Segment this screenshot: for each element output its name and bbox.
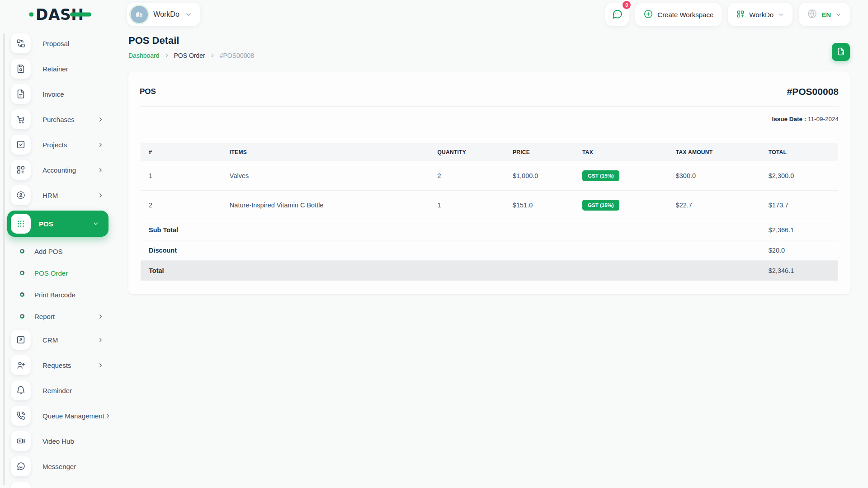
sidebar-item-pos[interactable]: POS	[7, 211, 108, 237]
breadcrumb: DashboardPOS Order#POS00008	[128, 52, 254, 59]
sidebar-item-hrm[interactable]: HRM	[11, 185, 117, 205]
cell-no: 2	[141, 191, 222, 220]
table-header-cell: QUANTITY	[429, 143, 505, 161]
cell-item: Valves	[222, 161, 429, 191]
sidebar-item-label: Retainer	[42, 65, 68, 73]
accounting-icon	[11, 160, 31, 180]
sidebar-subitem-report[interactable]: Report	[11, 308, 104, 324]
cell-price: $1,000.0	[505, 161, 574, 191]
chevron-down-icon	[778, 11, 784, 18]
crm-icon	[11, 330, 31, 350]
summary-row-discount: Discount$20.0	[141, 240, 838, 261]
language-label: EN	[821, 11, 831, 19]
sidebar-nav: ProposalRetainerInvoicePurchasesProjects…	[11, 33, 117, 488]
chat-icon	[611, 8, 623, 21]
app-logo[interactable]: DASH	[29, 5, 84, 24]
grid-plus-icon	[736, 9, 745, 20]
bullet-icon	[20, 292, 24, 297]
sidebar-item-reminder[interactable]: Reminder	[11, 380, 117, 400]
table-header-cell: TOTAL	[760, 143, 838, 161]
sidebar-item-label: CRM	[42, 336, 58, 344]
workspace-switcher[interactable]: WorkDo	[127, 3, 200, 26]
sidebar-item-label: Requests	[42, 361, 71, 369]
create-workspace-button[interactable]: Create Workspace	[635, 3, 722, 26]
summary-value: $20.0	[760, 240, 838, 261]
sidebar-item-video-hub[interactable]: Video Hub	[11, 431, 117, 451]
building-icon	[135, 9, 144, 20]
projects-icon	[11, 135, 31, 155]
sidebar-item-accounting[interactable]: Accounting	[11, 160, 117, 180]
sidebar-subitem-label: POS Order	[34, 269, 68, 277]
sidebar-item-proposal[interactable]: Proposal	[11, 33, 117, 53]
sidebar-item-projects[interactable]: Projects	[11, 135, 117, 155]
message-count-badge: 0	[622, 0, 632, 10]
pos-detail-card: POS #POS00008 Issue Date : 11-09-2024 #I…	[128, 71, 850, 294]
sidebar-item-label: Purchases	[42, 116, 75, 123]
sidebar-item-requests[interactable]: Requests	[11, 355, 117, 375]
cell-tax: GST (15%)	[574, 191, 668, 220]
cell-tax: GST (15%)	[574, 161, 668, 191]
messenger-icon	[11, 456, 31, 476]
summary-label: Total	[141, 261, 222, 281]
summary-label: Sub Total	[141, 220, 222, 240]
sidebar-item-invoice[interactable]: Invoice	[11, 84, 117, 104]
messages-button[interactable]: 0	[605, 3, 629, 26]
sidebar-item-label: Reminder	[42, 387, 72, 394]
sidebar-item-label: Accounting	[42, 166, 76, 174]
cell-quantity: 2	[429, 161, 505, 191]
chevron-down-icon	[92, 220, 99, 227]
summary-value: $2,366.1	[760, 220, 838, 240]
duplicate-pos-button[interactable]	[832, 43, 850, 61]
cell-quantity: 1	[429, 191, 505, 220]
cell-no: 1	[141, 161, 222, 191]
issue-date: Issue Date : 11-09-2024	[140, 116, 839, 122]
sidebar-item-purchases[interactable]: Purchases	[11, 109, 117, 129]
company-dropdown[interactable]: WorkDo	[728, 3, 793, 26]
sidebar-item-helpdesk[interactable]: Helpdesk	[11, 482, 117, 488]
breadcrumb-link-dashboard[interactable]: Dashboard	[128, 52, 160, 59]
chevron-down-icon	[185, 11, 192, 18]
sidebar: ProposalRetainerInvoicePurchasesProjects…	[0, 29, 117, 488]
language-dropdown[interactable]: EN	[799, 3, 850, 26]
chevron-right-icon	[97, 141, 104, 148]
pos-number: #POS00008	[787, 86, 839, 97]
sidebar-subitem-print-barcode[interactable]: Print Barcode	[11, 286, 104, 303]
sidebar-item-crm[interactable]: CRM	[11, 330, 117, 350]
card-title: POS	[140, 87, 156, 96]
video-icon	[11, 431, 31, 451]
summary-value: $2,346.1	[760, 261, 838, 281]
issue-date-label: Issue Date :	[772, 116, 806, 122]
cell-total: $2,300.0	[760, 161, 838, 191]
sidebar-item-label: Projects	[42, 141, 67, 149]
helpdesk-icon	[11, 482, 31, 488]
tax-badge: GST (15%)	[582, 170, 619, 181]
file-plus-icon	[836, 47, 845, 57]
reminder-icon	[11, 380, 31, 400]
chevron-right-icon	[97, 116, 104, 123]
sidebar-item-label: POS	[39, 220, 53, 228]
chevron-right-icon	[97, 313, 104, 320]
top-header: DASH WorkDo 0 Create Workspace	[0, 0, 868, 29]
cell-total: $173.7	[760, 191, 838, 220]
table-header-cell: ITEMS	[222, 143, 429, 161]
purchases-icon	[11, 109, 31, 129]
sidebar-subitem-add-pos[interactable]: Add POS	[11, 243, 104, 259]
sidebar-item-label: HRM	[42, 192, 58, 199]
sidebar-item-label: Queue Management	[42, 412, 104, 420]
sidebar-item-retainer[interactable]: Retainer	[11, 59, 117, 79]
summary-row-sub-total: Sub Total$2,366.1	[141, 220, 838, 240]
main-content: POS Detail DashboardPOS Order#POS00008 P…	[128, 29, 850, 294]
sidebar-item-queue-management[interactable]: Queue Management	[11, 406, 117, 426]
sidebar-subitem-pos-order[interactable]: POS Order	[11, 265, 104, 281]
sidebar-item-messenger[interactable]: Messenger	[11, 456, 117, 476]
breadcrumb-current: #POS00008	[220, 52, 254, 59]
sidebar-item-label: Invoice	[42, 90, 64, 98]
breadcrumb-item: POS Order	[174, 52, 205, 59]
sidebar-scrollbar[interactable]	[3, 33, 5, 485]
tax-badge: GST (15%)	[582, 200, 619, 211]
hrm-icon	[11, 185, 31, 205]
page-title: POS Detail	[128, 35, 254, 47]
summary-spacer	[222, 240, 760, 261]
table-header-row: #ITEMSQUANTITYPRICETAXTAX AMOUNTTOTAL	[141, 143, 838, 161]
chevron-down-icon	[835, 11, 842, 18]
